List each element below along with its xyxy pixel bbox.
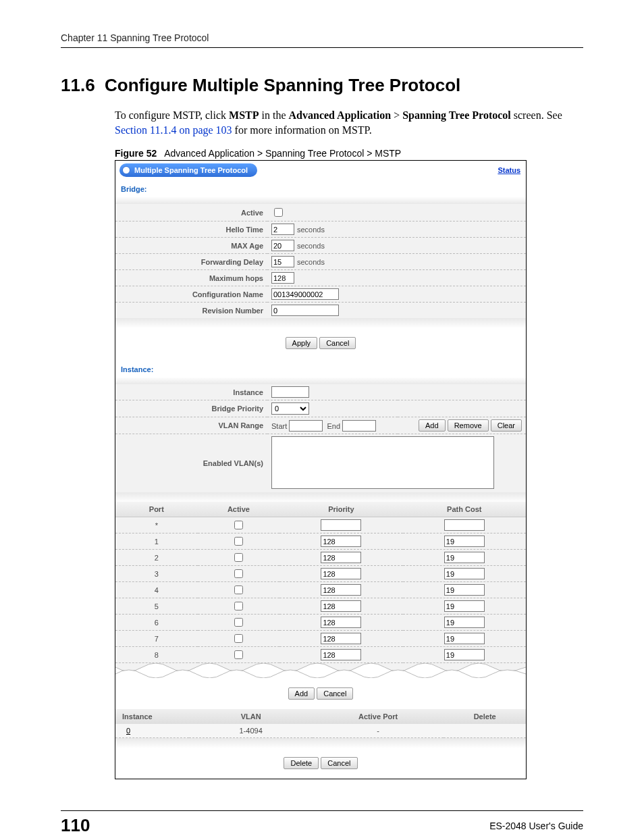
inst-tbl-h-vlan: VLAN [189,709,312,724]
port-active-checkbox[interactable] [234,521,243,529]
label-hello-time: Hello Time [115,221,267,238]
enabled-vlans-textarea[interactable] [271,436,494,489]
ports-header-priority: Priority [279,502,402,517]
port-number-cell: 3 [115,566,198,582]
instance-input[interactable] [271,386,309,398]
port-number-cell: 6 [115,615,198,631]
cfg-name-input[interactable] [271,288,339,300]
port-priority-input[interactable] [321,536,361,547]
port-pathcost-input[interactable] [444,584,485,596]
port-active-checkbox[interactable] [234,569,243,578]
port-cancel-button[interactable]: Cancel [317,687,353,700]
port-pathcost-input[interactable] [444,600,485,612]
cancel-button-bottom[interactable]: Cancel [321,757,357,769]
port-number-cell: * [115,517,198,533]
instance-row: 0 1-4094 - [115,724,526,738]
inst-tbl-h-activeport: Active Port [313,709,444,724]
port-row: 5 [115,598,526,615]
instance-id-link[interactable]: 0 [126,727,130,735]
port-number-cell: 5 [115,598,198,615]
vlan-clear-button[interactable]: Clear [491,419,522,432]
intro-text: screen. See [511,109,562,121]
vlan-start-input[interactable] [289,420,323,432]
delete-button[interactable]: Delete [284,757,319,769]
mstp-config-panel: Multiple Spanning Tree Protocol Status B… [115,160,527,779]
intro-text: in the [259,109,289,121]
vlan-remove-button[interactable]: Remove [448,419,489,432]
port-active-checkbox[interactable] [234,602,243,610]
rev-num-input[interactable] [271,305,339,316]
bridge-priority-select[interactable]: 0 [271,402,309,415]
port-pathcost-input[interactable] [444,617,485,628]
ports-header-port: Port [115,502,198,517]
ports-header-active: Active [198,502,280,517]
instance-activeport-cell: - [313,724,444,738]
intro-text: for more information on MSTP. [232,124,372,136]
instance-summary-table: Instance VLAN Active Port Delete 0 1-409… [115,709,526,738]
inst-tbl-h-delete: Delete [444,709,526,724]
status-link[interactable]: Status [498,166,520,174]
panel-title: Multiple Spanning Tree Protocol [134,166,248,174]
port-active-checkbox[interactable] [234,553,243,562]
cancel-button[interactable]: Cancel [319,337,356,349]
port-priority-input[interactable] [321,600,361,612]
port-priority-input[interactable] [321,617,361,628]
ports-header-pathcost: Path Cost [403,502,526,517]
port-priority-input[interactable] [321,633,361,644]
fwd-delay-input[interactable] [271,256,294,267]
port-pathcost-input[interactable] [444,568,485,579]
port-pathcost-input[interactable] [444,649,485,660]
vlan-end-input[interactable] [342,420,376,432]
port-pathcost-input[interactable] [444,536,485,547]
port-pathcost-input[interactable] [444,519,485,531]
port-number-cell: 2 [115,550,198,566]
label-max-age: MAX Age [115,238,267,254]
apply-button[interactable]: Apply [286,337,318,349]
port-add-button[interactable]: Add [288,687,315,700]
page-number: 110 [61,815,90,834]
figure-label: Figure 52 [115,148,157,159]
port-pathcost-input[interactable] [444,552,485,563]
port-active-checkbox[interactable] [234,650,243,659]
port-priority-input[interactable] [321,519,361,531]
intro-adv-app: Advanced Application [289,109,392,121]
port-active-checkbox[interactable] [234,634,243,643]
port-priority-input[interactable] [321,584,361,596]
intro-mstp: MSTP [229,109,259,121]
label-fwd-delay: Forwarding Delay [115,254,267,270]
pill-dot-icon [122,166,130,174]
ports-table: Port Active Priority Path Cost *12345678 [115,502,526,663]
bridge-form: Active Hello Time seconds MAX Age second… [115,204,526,318]
label-active: Active [115,204,267,221]
instance-section-label: Instance: [115,359,526,377]
max-age-input[interactable] [271,240,294,251]
vlan-add-button[interactable]: Add [419,419,446,432]
port-active-checkbox[interactable] [234,618,243,627]
active-checkbox[interactable] [274,208,283,217]
intro-text: To configure MSTP, click [115,109,229,121]
section-number: 11.6 [61,75,95,95]
port-row: 8 [115,647,526,663]
hello-time-input[interactable] [271,224,294,235]
max-hops-input[interactable] [271,272,294,284]
section-title-text: Configure Multiple Spanning Tree Protoco… [105,75,460,95]
port-priority-input[interactable] [321,552,361,563]
figure-caption: Figure 52 Advanced Application > Spannin… [115,148,583,159]
port-priority-input[interactable] [321,568,361,579]
section-heading: 11.6 Configure Multiple Spanning Tree Pr… [61,75,583,96]
bridge-section-label: Bridge: [115,178,526,197]
chapter-header: Chapter 11 Spanning Tree Protocol [61,32,583,48]
port-pathcost-input[interactable] [444,633,485,644]
port-row: 4 [115,582,526,598]
seconds-suffix: seconds [297,226,325,234]
label-rev-num: Revision Number [115,303,267,319]
section-link[interactable]: Section 11.1.4 on page 103 [115,124,232,136]
seconds-suffix: seconds [297,258,325,266]
port-row: 6 [115,615,526,631]
vlan-start-label: Start [271,421,287,429]
port-active-checkbox[interactable] [234,585,243,594]
port-active-checkbox[interactable] [234,537,243,546]
port-priority-input[interactable] [321,649,361,660]
intro-text: > [391,109,402,121]
torn-edge-icon [115,663,526,678]
